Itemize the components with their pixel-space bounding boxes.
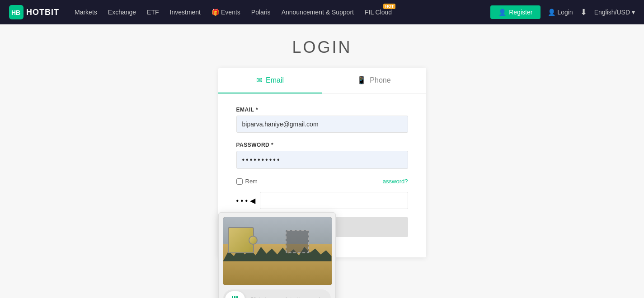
hot-badge: HOT (383, 4, 395, 9)
puzzle-target-slot (286, 230, 309, 253)
password-input[interactable] (236, 151, 408, 169)
email-label: EMAIL * (236, 107, 408, 113)
tab-email[interactable]: ✉ Email (218, 68, 322, 93)
password-label: PASSWORD * (236, 142, 408, 148)
logo-text: HOTBIT (26, 8, 59, 17)
login-card: ✉ Email 📱 Phone EMAIL * PASSWORD * Re (218, 68, 426, 257)
email-group: EMAIL * (236, 107, 408, 133)
nav-announcement[interactable]: Announcement & Support (282, 9, 354, 16)
puzzle-overlay: Slide to complete the puzzle ✕ ↻ (218, 212, 336, 298)
puzzle-slide-bar[interactable]: Slide to complete the puzzle (223, 289, 331, 298)
star-icon: 🎁 (212, 9, 219, 16)
puzzle-piece[interactable] (228, 227, 254, 253)
download-button[interactable]: ⬇ (580, 7, 587, 17)
verify-code-input[interactable] (260, 192, 408, 209)
nav-markets[interactable]: Markets (75, 9, 97, 16)
email-icon: ✉ (256, 76, 262, 84)
handle-bar-3 (236, 296, 238, 298)
nav-right: 👤 Register 👤 Login ⬇ English/USD ▾ (490, 5, 635, 19)
svg-text:HB: HB (11, 9, 20, 16)
nav-events[interactable]: 🎁 Events (212, 9, 240, 16)
language-selector[interactable]: English/USD ▾ (594, 9, 635, 16)
page-title: LOGIN (292, 38, 352, 57)
phone-icon: 📱 (357, 76, 366, 84)
user-icon: 👤 (498, 9, 506, 16)
verify-dots: • • • ◀ (236, 192, 255, 209)
email-input[interactable] (236, 116, 408, 133)
handle-bar-1 (232, 296, 233, 298)
slide-text: Slide to complete the puzzle (245, 296, 329, 298)
nav-fil-cloud[interactable]: FIL Cloud HOT (365, 8, 392, 16)
login-tabs: ✉ Email 📱 Phone (218, 68, 426, 94)
password-group: PASSWORD * (236, 142, 408, 169)
nav-exchange[interactable]: Exchange (108, 9, 136, 16)
remember-row: Rem assword? (236, 178, 408, 185)
chevron-down-icon: ▾ (632, 9, 635, 16)
register-button[interactable]: 👤 Register (490, 5, 541, 19)
navbar: HB HOTBIT Markets Exchange ETF Investmen… (0, 0, 644, 24)
nav-etf[interactable]: ETF (147, 9, 159, 16)
tab-phone[interactable]: 📱 Phone (322, 68, 426, 93)
login-button[interactable]: 👤 Login (548, 9, 573, 16)
slide-handle[interactable] (225, 291, 245, 298)
remember-left: Rem (236, 178, 258, 185)
handle-bar-2 (234, 296, 235, 298)
nav-investment[interactable]: Investment (170, 9, 201, 16)
person-icon: 👤 (548, 9, 555, 16)
forgot-password-link[interactable]: assword? (383, 178, 408, 185)
nav-polaris[interactable]: Polaris (251, 9, 271, 16)
verify-row: • • • ◀ (236, 192, 408, 209)
page-content: LOGIN ✉ Email 📱 Phone EMAIL * PASSWORD * (0, 24, 644, 298)
remember-label: Rem (245, 178, 258, 185)
handle-icon (232, 296, 238, 298)
logo[interactable]: HB HOTBIT (9, 5, 59, 19)
remember-checkbox[interactable] (236, 178, 243, 185)
puzzle-image (223, 217, 332, 285)
